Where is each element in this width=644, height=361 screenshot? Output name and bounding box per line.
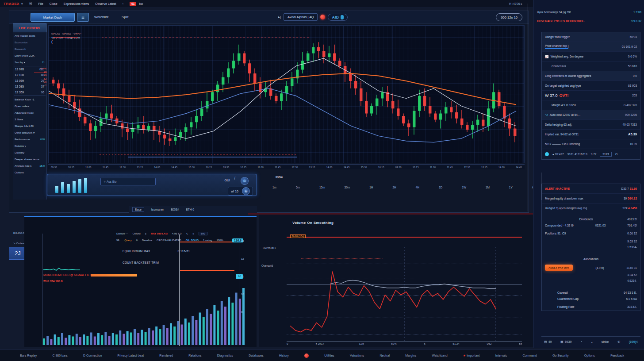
globe-icon-2[interactable]: ⊕ xyxy=(242,187,250,195)
status-item-neutral[interactable]: Neutral xyxy=(380,354,390,357)
chip-item[interactable]: ‡ xyxy=(145,232,146,235)
icons-row-item[interactable]: 9123 xyxy=(600,152,611,157)
sidebar-item-liquidity[interactable]: Liquidity xyxy=(13,149,46,156)
position-count-box[interactable]: 2J xyxy=(9,247,27,260)
timeframe-1d[interactable]: 1D xyxy=(437,185,444,192)
sidebar-item-economics[interactable]: Economics xyxy=(13,39,46,46)
status-item-utilities[interactable]: Utilities xyxy=(324,354,334,357)
status-item-history[interactable]: History xyxy=(279,354,289,357)
chip-query[interactable]: Query xyxy=(124,239,131,242)
chip-4-95-6-0[interactable]: 4.95 6.0 xyxy=(172,232,182,235)
alloc-row[interactable]: Guaranteed Cap5-9 5 6A xyxy=(542,295,640,303)
alloc-row-dividends[interactable]: Dividends4913.5! xyxy=(542,213,640,221)
status-item-d-connection[interactable]: D Connection xyxy=(83,354,102,357)
menu-item-observe-latest[interactable]: Observe Latest xyxy=(95,2,116,5)
status-item-valuations[interactable]: Valuations xyxy=(350,354,364,357)
status-item-intervals[interactable]: Intervals xyxy=(495,354,507,357)
icons-row-item[interactable]: 9 77 xyxy=(591,153,597,156)
status-item-diagnostics[interactable]: Diagnostics xyxy=(217,354,233,357)
alloc-row[interactable]: 3.04 62 xyxy=(542,271,640,279)
footer-5939[interactable]: ▦5939 xyxy=(560,340,571,344)
icons-row-item[interactable]: ● 09:427 xyxy=(552,153,564,156)
timeframe-4h[interactable]: 4H xyxy=(414,185,421,192)
play-icon[interactable]: ▸| xyxy=(278,15,281,19)
stat-row-w-37-0[interactable]: W 37.0 OV7!203 xyxy=(542,91,640,100)
alloc-row[interactable]: 9.63 32 xyxy=(542,237,640,245)
stat-row-on-target-weighted-avg-type[interactable]: On target weighted avg type63 903 xyxy=(542,81,640,91)
crosshair-line[interactable] xyxy=(179,234,180,346)
alloc-row[interactable]: 4.9234- xyxy=(542,279,640,287)
model-selector[interactable]: Avodi Alphas | 4Q xyxy=(284,13,318,21)
sidebar-item-balance-kvon-1[interactable]: Balance Kvon -1. xyxy=(13,96,46,103)
chip-99[interactable]: 99: xyxy=(116,239,120,242)
alloc-row-compounded-4-32-i9[interactable]: Compounded - 4.32 I90321.03761.45! xyxy=(542,221,640,229)
footer-49[interactable]: ▤49 xyxy=(544,340,552,344)
timeframe-30m[interactable]: 30m xyxy=(343,185,352,192)
status-item-important[interactable]: ✱Important xyxy=(463,354,480,357)
instrument-item-base[interactable]: Base xyxy=(132,207,144,212)
footer-699-4[interactable]: (699)4 xyxy=(629,340,638,343)
session-counter-pill[interactable]: 000 12o 10 xyxy=(496,13,522,21)
instrument-item-isonvaner[interactable]: Isonvaner xyxy=(151,208,164,211)
candlestick-chart[interactable]: MA(20) · MA(50) · VWAP Vol 24.5M · Range… xyxy=(48,25,525,163)
sidebar-item-returns-y[interactable]: Returns y xyxy=(13,142,46,149)
menu-item-close[interactable]: Close xyxy=(50,2,58,5)
instrument-item-bog[interactable]: BOG# xyxy=(171,208,179,211)
timeframe-1h[interactable]: 1H xyxy=(368,185,374,192)
record-dot-icon[interactable] xyxy=(320,15,325,19)
status-item-privacy-latest-beat[interactable]: Privacy Latest beat xyxy=(118,354,144,357)
footer-strike[interactable]: strike xyxy=(602,340,609,343)
stat-row-danger-ratio-trigger[interactable]: Danger ratio trigger60:93 xyxy=(542,32,640,42)
search-input[interactable]: ✧ Aos Bio xyxy=(100,178,156,185)
sidebar-item-other-analyses[interactable]: Other analyses # xyxy=(13,129,46,136)
sidebar-item-research[interactable]: Research xyxy=(13,46,46,52)
alloc-row-allocations[interactable]: Allocations xyxy=(542,253,640,261)
menu-item-file[interactable]: File xyxy=(38,2,43,5)
alloc-row[interactable]: Coverall64 53 5-E. xyxy=(542,287,640,295)
chip-o[interactable]: o xyxy=(192,232,194,235)
alloc-row[interactable]: Floating Rate303.52- xyxy=(542,303,640,311)
split-label[interactable]: Split xyxy=(122,15,129,19)
sidebar-item-deeper-shares-terms[interactable]: Deeper shares terms xyxy=(13,156,46,162)
sidebar-item-open-orders[interactable]: Open orders xyxy=(13,103,46,109)
stat-row-auto-cost-12707-at-54[interactable]: ↝Auto cost 12707 at 54…909 3295 xyxy=(542,110,640,120)
chip-oxford[interactable]: Oxford xyxy=(133,232,141,235)
footer-item[interactable]: ◒ xyxy=(591,340,593,343)
status-item-margins[interactable]: Margins xyxy=(405,354,416,357)
footer-item[interactable]: ✆ xyxy=(617,340,620,344)
alloc-row[interactable]: ASSET PAY-OUT(4.9 b)3140 31 xyxy=(542,261,640,271)
instrument-item-eth-0[interactable]: ETH 0 xyxy=(186,208,194,211)
alloc-row-merged-equity-drawdown-max[interactable]: Merged equity drawdown max39 D90.32 xyxy=(542,194,640,204)
footer-item[interactable]: ◔ xyxy=(580,340,582,343)
watchlist-label[interactable]: Watchlist xyxy=(94,15,108,19)
stat-row-price-channel-top-j[interactable]: Price channel top j01 601 9 02 xyxy=(542,42,640,52)
stat-row-5017-7361-ordering[interactable]: 5017 ——— 7361 Ordering16 39 xyxy=(542,139,640,149)
stat-row-delta-hedging-63-adj[interactable]: Delta hedging 63 adj.40 63 7313 xyxy=(542,120,640,130)
chip-ray-980-lab[interactable]: RAY 980 LAB xyxy=(151,232,168,235)
menu-item-expressions-views[interactable]: Expressions views xyxy=(64,2,89,5)
stat-row-long-contracts-at-lowest-aggregates[interactable]: Long contracts at lowest aggregates0 0 xyxy=(542,71,640,81)
stat-row-margin-4-9-o-102u[interactable]: Margin 4.9 O 102UC-402 320 xyxy=(542,100,640,110)
status-item-command[interactable]: Command xyxy=(522,354,537,357)
status-item-c-980-bars[interactable]: C 980 bars xyxy=(52,354,67,357)
wf-label[interactable]: wf 10 xyxy=(231,190,238,193)
chip-6[interactable]: 6 xyxy=(136,239,138,242)
status-item-watchband[interactable]: Watchband xyxy=(432,354,447,357)
stat-row-weighted-avg-5m-degree[interactable]: 📈Weighted avg. 5m degree0.6 6% xyxy=(542,52,640,61)
market-dash-button[interactable]: Market Dash xyxy=(31,13,75,22)
chip-cross-validated[interactable]: CROSS-VALIDATED xyxy=(157,239,181,242)
blue-dot-icon[interactable] xyxy=(545,152,549,156)
icons-row-item[interactable]: O xyxy=(615,153,617,156)
timeframe-1y[interactable]: 1Y xyxy=(508,185,514,192)
sidebar-item-advanced-mode[interactable]: Advanced mode xyxy=(13,109,46,116)
timeframe-2h[interactable]: 2H xyxy=(391,185,397,192)
stat-row-consensus[interactable]: Consensus50 616 xyxy=(542,61,640,71)
icons-row-item[interactable]: 9161 41316219 xyxy=(567,153,587,156)
status-item-relations[interactable]: Relations xyxy=(188,354,201,357)
sidebar-item-sort-by[interactable]: Sort by ▾11 xyxy=(13,59,46,65)
status-item-rendered[interactable]: Rendered xyxy=(159,354,173,357)
alloc-row-positions-91-c9[interactable]: Positions 91. C90.66 32 xyxy=(542,229,640,237)
status-item-databases[interactable]: Databases xyxy=(249,354,263,357)
timeframe-1m[interactable]: 1m xyxy=(271,185,278,192)
asset-payout-button[interactable]: ASSET PAY-OUT xyxy=(545,265,573,271)
